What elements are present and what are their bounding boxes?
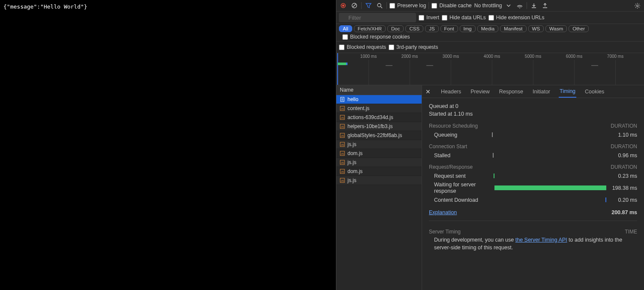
devtools-panel: Preserve log Disable cache No throttling bbox=[336, 0, 644, 290]
chevron-down-icon[interactable] bbox=[504, 1, 513, 10]
close-icon[interactable]: ✕ bbox=[425, 88, 432, 95]
request-name: js.js bbox=[347, 159, 356, 165]
server-timing-api-link[interactable]: the Server Timing API bbox=[515, 237, 567, 243]
tab-initiator[interactable]: Initiator bbox=[532, 86, 551, 97]
request-row[interactable]: JSactions-639cd34d.js bbox=[336, 113, 422, 122]
timeline-tick: 5000 ms bbox=[525, 54, 541, 59]
network-timeline[interactable]: 1000 ms2000 ms3000 ms4000 ms5000 ms6000 … bbox=[336, 53, 644, 85]
timeline-tick: 3000 ms bbox=[443, 54, 459, 59]
request-response-header: Request/Response bbox=[429, 164, 473, 170]
svg-text:JS: JS bbox=[341, 152, 344, 155]
settings-icon[interactable] bbox=[633, 1, 641, 10]
detail-tabs: ✕ HeadersPreviewResponseInitiatorTimingC… bbox=[422, 85, 644, 98]
js-file-icon: JS bbox=[340, 169, 345, 174]
filter-chip-fetchxhr[interactable]: Fetch/XHR bbox=[354, 25, 386, 32]
timeline-tick: 4000 ms bbox=[484, 54, 500, 59]
queued-at: Queued at 0 bbox=[429, 103, 637, 109]
preserve-log-checkbox[interactable]: Preserve log bbox=[389, 3, 426, 9]
list-header-name[interactable]: Name bbox=[336, 85, 422, 95]
svg-text:JS: JS bbox=[341, 161, 344, 164]
network-conditions-icon[interactable] bbox=[515, 1, 524, 10]
filter-chip-all[interactable]: All bbox=[339, 25, 352, 32]
tab-preview[interactable]: Preview bbox=[470, 86, 490, 97]
timeline-bar-blue bbox=[346, 63, 347, 65]
timeline-tick-bar bbox=[386, 65, 392, 66]
svg-line-5 bbox=[380, 6, 382, 8]
request-name: dom.js bbox=[347, 150, 362, 156]
filter-chip-font[interactable]: Font bbox=[440, 25, 458, 32]
js-file-icon: JS bbox=[340, 151, 345, 156]
disable-cache-label: Disable cache bbox=[439, 3, 471, 9]
hide-data-urls-label: Hide data URLs bbox=[449, 15, 486, 21]
tab-cookies[interactable]: Cookies bbox=[584, 86, 605, 97]
queueing-row: Queueing 1.10 ms bbox=[429, 131, 637, 139]
filter-input[interactable] bbox=[339, 13, 416, 22]
request-row[interactable]: JSglobalStyles-22fbf6ab.js bbox=[336, 131, 422, 140]
blocked-requests-checkbox[interactable]: Blocked requests bbox=[339, 44, 386, 50]
request-row[interactable]: JScontent.js bbox=[336, 104, 422, 113]
divider bbox=[527, 2, 527, 9]
blocked-cookies-checkbox[interactable]: Blocked response cookies bbox=[342, 34, 410, 40]
divider bbox=[428, 2, 429, 9]
filter-chip-js[interactable]: JS bbox=[425, 25, 438, 32]
request-row[interactable]: JSjs.js bbox=[336, 176, 422, 185]
filter-chip-css[interactable]: CSS bbox=[405, 25, 423, 32]
queueing-value: 1.10 ms bbox=[606, 132, 637, 138]
type-filter-bar: AllFetch/XHRDocCSSJSFontImgMediaManifest… bbox=[336, 24, 644, 42]
explanation-link[interactable]: Explanation bbox=[429, 209, 457, 215]
filter-chip-ws[interactable]: WS bbox=[528, 25, 544, 32]
time-header: TIME bbox=[625, 229, 637, 235]
request-list: Name helloJScontent.jsJSactions-639cd34d… bbox=[336, 85, 422, 290]
download-value: 0.20 ms bbox=[606, 197, 637, 203]
tab-headers[interactable]: Headers bbox=[440, 86, 462, 97]
filter-chip-doc[interactable]: Doc bbox=[387, 25, 404, 32]
filter-chip-wasm[interactable]: Wasm bbox=[545, 25, 567, 32]
record-icon[interactable] bbox=[339, 1, 347, 10]
divider bbox=[361, 2, 362, 9]
request-row[interactable]: hello bbox=[336, 95, 422, 104]
divider bbox=[386, 2, 387, 9]
request-row[interactable]: JSdom.js bbox=[336, 167, 422, 176]
clear-icon[interactable] bbox=[350, 1, 359, 10]
svg-text:JS: JS bbox=[341, 108, 344, 110]
filter-chip-other[interactable]: Other bbox=[569, 25, 589, 32]
filter-chip-img[interactable]: Img bbox=[460, 25, 476, 32]
duration-header: DURATION bbox=[611, 164, 637, 170]
third-party-checkbox[interactable]: 3rd-party requests bbox=[389, 44, 438, 50]
request-row[interactable]: JSdom.js bbox=[336, 149, 422, 158]
invert-checkbox[interactable]: Invert bbox=[419, 15, 439, 21]
request-row[interactable]: JSjs.js bbox=[336, 158, 422, 167]
svg-point-6 bbox=[519, 8, 520, 9]
hide-data-urls-checkbox[interactable]: Hide data URLs bbox=[442, 15, 486, 21]
search-icon[interactable] bbox=[375, 1, 384, 10]
export-har-icon[interactable] bbox=[541, 1, 549, 10]
js-file-icon: JS bbox=[340, 106, 345, 111]
import-har-icon[interactable] bbox=[530, 1, 538, 10]
hide-extension-urls-checkbox[interactable]: Hide extension URLs bbox=[488, 15, 545, 21]
tab-response[interactable]: Response bbox=[498, 86, 524, 97]
timeline-tick-bar bbox=[426, 65, 433, 66]
svg-line-3 bbox=[353, 4, 356, 7]
request-name: hello bbox=[347, 96, 358, 102]
stalled-label: Stalled bbox=[434, 152, 492, 158]
started-at: Started at 1.10 ms bbox=[429, 111, 637, 117]
queueing-label: Queueing bbox=[434, 132, 492, 138]
throttling-select[interactable]: No throttling bbox=[474, 3, 502, 9]
filter-toggle-icon[interactable] bbox=[364, 1, 373, 10]
request-name: actions-639cd34d.js bbox=[347, 114, 393, 120]
network-main: Name helloJScontent.jsJSactions-639cd34d… bbox=[336, 85, 644, 290]
filter-chip-media[interactable]: Media bbox=[477, 25, 498, 32]
invert-label: Invert bbox=[426, 15, 439, 21]
stalled-value: 0.96 ms bbox=[606, 152, 637, 158]
svg-point-1 bbox=[342, 5, 344, 7]
request-name: js.js bbox=[347, 177, 356, 183]
tab-timing[interactable]: Timing bbox=[559, 86, 576, 98]
waiting-label: Waiting for server response bbox=[434, 182, 492, 194]
timeline-start-marker bbox=[337, 53, 338, 85]
filter-chip-manifest[interactable]: Manifest bbox=[500, 25, 526, 32]
disable-cache-checkbox[interactable]: Disable cache bbox=[431, 3, 471, 9]
network-toolbar: Preserve log Disable cache No throttling bbox=[336, 0, 644, 12]
request-row[interactable]: JSjs.js bbox=[336, 140, 422, 149]
duration-header: DURATION bbox=[611, 123, 637, 129]
request-row[interactable]: JShelpers-10be1fb3.js bbox=[336, 122, 422, 131]
